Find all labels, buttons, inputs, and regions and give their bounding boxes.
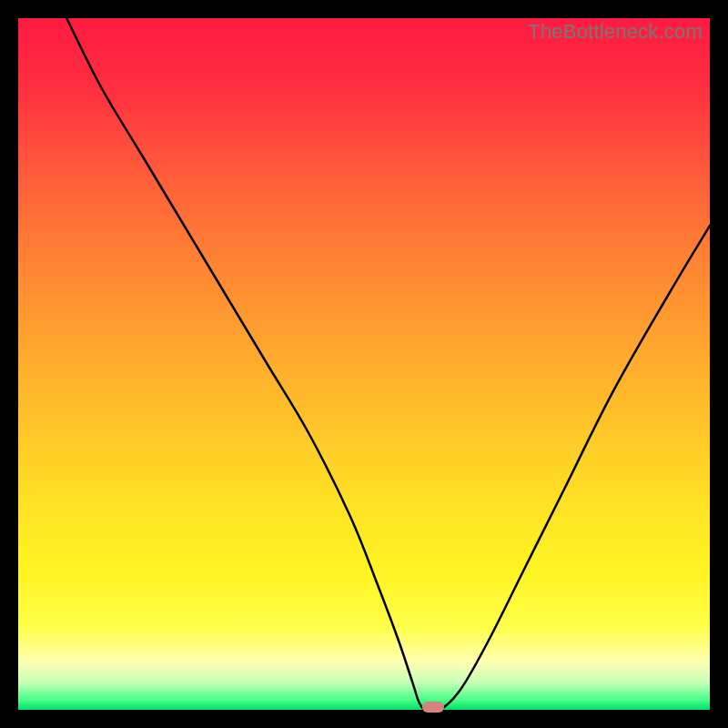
bottleneck-curve xyxy=(18,18,710,710)
optimal-point-marker xyxy=(422,702,444,713)
chart-frame: TheBottleneck.com xyxy=(0,0,728,728)
plot-area: TheBottleneck.com xyxy=(18,18,710,710)
